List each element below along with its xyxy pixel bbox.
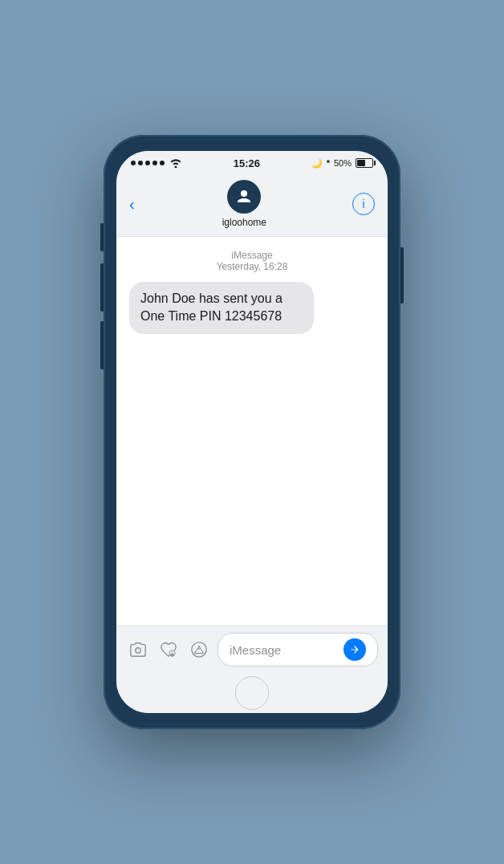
- home-button[interactable]: [235, 676, 269, 710]
- digital-touch-button[interactable]: +: [156, 638, 181, 662]
- moon-icon: 🌙: [311, 158, 323, 169]
- power-button: [400, 247, 404, 304]
- appstore-button[interactable]: [187, 638, 211, 662]
- message-time: Yesterday, 16:28: [129, 261, 375, 272]
- send-icon: [349, 644, 360, 655]
- info-button[interactable]: i: [352, 193, 375, 215]
- svg-point-0: [136, 648, 140, 653]
- message-source: iMessage: [129, 250, 375, 261]
- status-right: 🌙 * 50%: [311, 158, 373, 169]
- svg-text:+: +: [171, 652, 173, 657]
- back-chevron-icon: ‹: [129, 196, 135, 212]
- back-button[interactable]: ‹: [129, 196, 136, 212]
- battery-fill: [357, 160, 365, 166]
- heart-icon: +: [160, 641, 177, 658]
- send-button[interactable]: [343, 638, 366, 661]
- status-left: [131, 158, 182, 168]
- message-area: iMessage Yesterday, 16:28 John Doe has s…: [116, 237, 388, 626]
- status-bar: 15:26 🌙 * 50%: [116, 151, 388, 175]
- battery-icon: [356, 158, 373, 168]
- message-bubble: John Doe has sent you a One Time PIN 123…: [129, 282, 314, 334]
- nav-header: ‹ igloohome i: [116, 175, 388, 237]
- avatar: [227, 180, 261, 214]
- message-text: John Doe has sent you a One Time PIN 123…: [140, 291, 282, 323]
- message-meta: iMessage Yesterday, 16:28: [129, 250, 375, 272]
- message-input-wrapper[interactable]: iMessage: [217, 633, 378, 666]
- info-icon: i: [362, 198, 364, 210]
- appstore-icon: [190, 641, 208, 658]
- wifi-icon: [169, 158, 182, 168]
- input-area: + iMessage: [116, 626, 388, 673]
- camera-button[interactable]: [126, 638, 150, 662]
- phone-screen: 15:26 🌙 * 50% ‹ igloohome: [116, 151, 388, 713]
- volume-up-button: [100, 263, 104, 312]
- contact-header: igloohome: [222, 180, 266, 228]
- volume-down-button: [100, 321, 104, 369]
- contact-name: igloohome: [222, 217, 266, 228]
- person-icon: [234, 187, 254, 206]
- home-area: [116, 673, 388, 713]
- signal-icon: [131, 161, 165, 165]
- phone-frame: 15:26 🌙 * 50% ‹ igloohome: [104, 135, 400, 729]
- clock: 15:26: [234, 157, 260, 169]
- message-input-placeholder: iMessage: [230, 643, 281, 657]
- bluetooth-icon: *: [327, 158, 330, 168]
- battery-percent: 50%: [334, 158, 352, 168]
- camera-icon: [129, 641, 147, 658]
- mute-button: [100, 223, 104, 251]
